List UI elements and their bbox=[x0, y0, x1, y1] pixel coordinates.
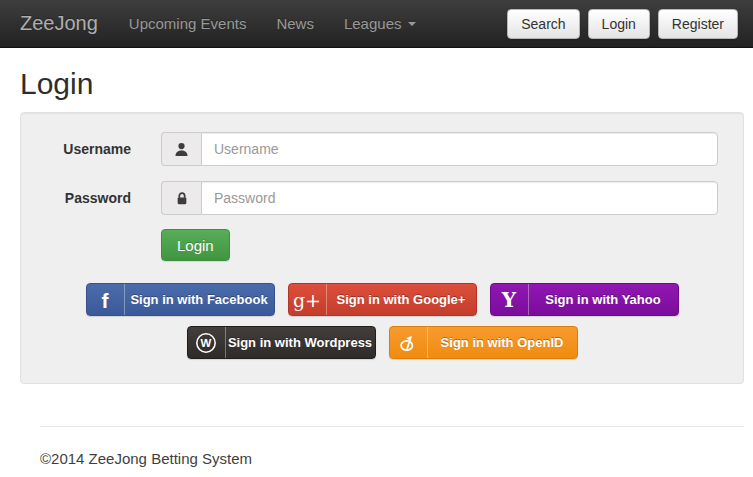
wordpress-signin-button[interactable]: W Sign in with Wordpress bbox=[187, 326, 376, 359]
page-title: Login bbox=[20, 67, 744, 100]
username-input-group bbox=[161, 132, 718, 166]
yahoo-icon: Y bbox=[491, 284, 529, 315]
main-container: Login Username Password Login bbox=[0, 67, 753, 467]
search-button[interactable]: Search bbox=[507, 9, 579, 39]
yahoo-glyph: Y bbox=[502, 288, 516, 312]
caret-down-icon bbox=[408, 22, 416, 26]
openid-signin-label: Sign in with OpenID bbox=[428, 327, 577, 358]
footer-divider bbox=[40, 426, 744, 427]
google-plus-icon: g+ bbox=[289, 284, 327, 315]
password-input-group bbox=[161, 181, 718, 215]
login-submit-button[interactable]: Login bbox=[161, 229, 230, 261]
openid-icon bbox=[390, 327, 428, 358]
password-input[interactable] bbox=[201, 181, 718, 215]
password-label: Password bbox=[41, 190, 131, 206]
username-label: Username bbox=[41, 141, 131, 157]
svg-text:W: W bbox=[201, 336, 212, 348]
openid-signin-button[interactable]: Sign in with OpenID bbox=[389, 326, 578, 359]
nav-item-label: Upcoming Events bbox=[129, 15, 247, 32]
username-input[interactable] bbox=[201, 132, 718, 166]
facebook-icon: f bbox=[87, 284, 125, 315]
nav-item-leagues-dropdown[interactable]: Leagues bbox=[329, 0, 432, 47]
nav-links: Upcoming Events News Leagues bbox=[114, 0, 432, 47]
lock-icon bbox=[161, 181, 201, 215]
facebook-glyph: f bbox=[102, 289, 109, 313]
nav-item-upcoming-events[interactable]: Upcoming Events bbox=[114, 0, 262, 47]
google-plus-signin-button[interactable]: g+ Sign in with Google+ bbox=[288, 283, 477, 316]
social-row-1: f Sign in with Facebook g+ Sign in with … bbox=[41, 283, 723, 316]
login-nav-button[interactable]: Login bbox=[588, 9, 650, 39]
google-plus-signin-label: Sign in with Google+ bbox=[327, 284, 476, 315]
nav-item-label: News bbox=[276, 15, 314, 32]
google-plus-glyph: g+ bbox=[293, 289, 321, 311]
facebook-signin-button[interactable]: f Sign in with Facebook bbox=[86, 283, 275, 316]
nav-item-news[interactable]: News bbox=[261, 0, 329, 47]
facebook-signin-label: Sign in with Facebook bbox=[125, 284, 274, 315]
password-row: Password bbox=[41, 181, 723, 215]
wordpress-signin-label: Sign in with Wordpress bbox=[226, 327, 375, 358]
navbar: ZeeJong Upcoming Events News Leagues Sea… bbox=[0, 0, 753, 48]
nav-item-label: Leagues bbox=[344, 15, 402, 32]
navbar-buttons: Search Login Register bbox=[507, 9, 738, 39]
submit-row: Login bbox=[41, 229, 723, 261]
register-button[interactable]: Register bbox=[658, 9, 738, 39]
yahoo-signin-label: Sign in with Yahoo bbox=[529, 284, 678, 315]
yahoo-signin-button[interactable]: Y Sign in with Yahoo bbox=[490, 283, 679, 316]
username-row: Username bbox=[41, 132, 723, 166]
brand-logo[interactable]: ZeeJong bbox=[0, 12, 114, 35]
wordpress-icon: W bbox=[188, 327, 226, 358]
user-icon bbox=[161, 132, 201, 166]
login-form-panel: Username Password Login f bbox=[20, 112, 744, 384]
social-row-2: W Sign in with Wordpress Sign in with Op… bbox=[41, 326, 723, 359]
copyright-text: ©2014 ZeeJong Betting System bbox=[40, 450, 744, 467]
